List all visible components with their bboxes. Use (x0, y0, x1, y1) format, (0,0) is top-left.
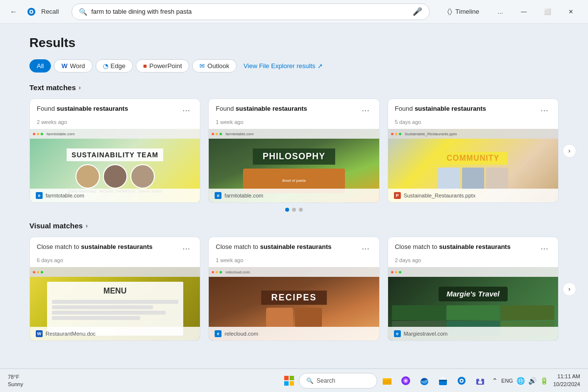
svg-point-12 (405, 380, 407, 382)
titlebar: ← Recall 🔍 🎤 〈〉 Timeline … — ⬜ ✕ (0, 0, 588, 24)
filter-all[interactable]: All (29, 59, 51, 73)
file-explorer-link[interactable]: View File Explorer results ➚ (244, 62, 322, 70)
source-label: Margiestravel.com (404, 331, 448, 337)
start-button[interactable] (280, 372, 298, 390)
visual-matches-grid: Close match to sustainable restaurants ⋯… (29, 237, 559, 341)
filter-word[interactable]: W Word (54, 59, 92, 73)
taskbar-edge[interactable] (416, 372, 433, 390)
voice-icon[interactable]: 🎤 (413, 7, 422, 16)
card-more-button[interactable]: ⋯ (359, 243, 372, 254)
text-matches-header[interactable]: Text matches › (29, 83, 559, 92)
card-more-button[interactable]: ⋯ (538, 243, 551, 254)
taskbar-recall[interactable] (453, 372, 470, 390)
source-icon: e (215, 330, 221, 337)
weather-widget[interactable]: 78°F Sunny (8, 373, 23, 388)
card-header: Close match to sustainable restaurants ⋯ (30, 237, 200, 257)
browser-bar: farmtotable.com (30, 129, 200, 139)
card-footer: e farmtotable.com (30, 189, 200, 202)
back-button[interactable]: ← (6, 4, 22, 20)
visual-matches-next-arrow[interactable]: › (563, 282, 576, 296)
card-title: Found sustainable restaurants (37, 105, 128, 112)
taskbar-teams[interactable] (471, 372, 489, 390)
svg-rect-5 (284, 381, 289, 386)
network-icon[interactable]: 🌐 (515, 376, 526, 386)
search-bar[interactable]: 🔍 🎤 (72, 3, 430, 20)
search-input[interactable] (91, 8, 409, 15)
browser-bar: farmtotable.com (209, 129, 379, 139)
card-header: Close match to sustainable restaurants ⋯ (209, 237, 379, 257)
taskbar-file-explorer[interactable] (378, 372, 396, 390)
filter-bar: All W Word ◔ Edge ■ PowerPoint ✉ Outlook… (29, 59, 559, 73)
card-image: relecloud.com RECIPES (209, 267, 379, 341)
text-match-card-3[interactable]: Found sustainable restaurants ⋯ 5 days a… (388, 98, 559, 203)
timeline-button[interactable]: 〈〉 Timeline (442, 5, 484, 18)
card-time: 5 days ago (388, 119, 558, 129)
source-label: farmtotable.com (224, 193, 263, 198)
source-icon: W (36, 330, 43, 337)
card-image: Margie's Travel (388, 267, 558, 341)
card-footer: P Sustainable_Restaurants.pptx (388, 189, 558, 202)
taskbar-left: 78°F Sunny (8, 373, 278, 388)
app-title: Recall (41, 8, 59, 15)
card-time: 2 weeks ago (30, 119, 200, 129)
dot-2[interactable] (292, 208, 296, 212)
language-icon[interactable]: ENG (500, 377, 514, 385)
date-display: 10/22/2024 (553, 381, 580, 388)
chevron-up-icon[interactable]: ⌃ (491, 376, 499, 386)
filter-edge[interactable]: ◔ Edge (96, 59, 133, 73)
card-more-button[interactable]: ⋯ (179, 243, 193, 254)
text-match-card-2[interactable]: Found sustainable restaurants ⋯ 1 week a… (208, 98, 379, 203)
svg-rect-8 (383, 380, 392, 385)
filter-outlook[interactable]: ✉ Outlook (192, 59, 237, 73)
nav-buttons: ← (6, 4, 22, 20)
text-matches-next-arrow[interactable]: › (563, 144, 576, 158)
speaker-icon[interactable]: 🔊 (527, 376, 538, 386)
svg-rect-22 (478, 381, 482, 384)
visual-matches-header[interactable]: Visual matches › (29, 221, 559, 230)
text-match-card-1[interactable]: Found sustainable restaurants ⋯ 2 weeks … (29, 98, 200, 203)
svg-point-19 (461, 380, 463, 382)
taskbar-clock[interactable]: 11:11 AM 10/22/2024 (553, 373, 580, 388)
source-label: Sustainable_Restaurants.pptx (404, 193, 476, 198)
visual-matches-grid-wrapper: Close match to sustainable restaurants ⋯… (29, 237, 559, 341)
taskbar: 78°F Sunny 🔍 Search (0, 368, 588, 392)
svg-rect-6 (290, 381, 294, 386)
svg-rect-3 (284, 376, 289, 380)
app-icon (26, 7, 36, 17)
battery-icon[interactable]: 🔋 (539, 376, 549, 386)
time-display: 11:11 AM (553, 373, 580, 380)
svg-point-21 (479, 378, 482, 381)
svg-rect-9 (383, 378, 387, 380)
maximize-button[interactable]: ⬜ (536, 4, 559, 19)
more-options-button[interactable]: … (489, 4, 512, 19)
card-image: MENU W RestaurantMenu.doc (30, 267, 200, 341)
close-button[interactable]: ✕ (560, 4, 582, 19)
filter-powerpoint[interactable]: ■ PowerPoint (136, 59, 189, 73)
browser-bar (30, 267, 200, 277)
system-tray: ⌃ ENG 🌐 🔊 🔋 (491, 376, 549, 386)
taskbar-copilot[interactable] (397, 372, 415, 390)
window-controls: … — ⬜ ✕ (489, 4, 582, 19)
card-more-button[interactable]: ⋯ (538, 105, 551, 116)
visual-match-card-1[interactable]: Close match to sustainable restaurants ⋯… (29, 237, 200, 341)
card-more-button[interactable]: ⋯ (179, 105, 193, 116)
visual-match-card-2[interactable]: Close match to sustainable restaurants ⋯… (208, 237, 379, 341)
taskbar-search[interactable]: 🔍 Search (299, 373, 377, 389)
card-title: Close match to sustainable restaurants (395, 243, 511, 250)
search-icon: 🔍 (79, 8, 87, 16)
dot-1[interactable] (285, 208, 289, 212)
card-more-button[interactable]: ⋯ (359, 105, 372, 116)
card-footer: e Margiestravel.com (388, 327, 558, 341)
card-header: Found sustainable restaurants ⋯ (209, 99, 379, 119)
visual-match-card-3[interactable]: Close match to sustainable restaurants ⋯… (388, 237, 559, 341)
taskbar-right: ⌃ ENG 🌐 🔊 🔋 11:11 AM 10/22/2024 (491, 373, 580, 388)
temperature: 78°F (8, 373, 23, 380)
powerpoint-icon: ■ (143, 62, 147, 70)
dot-3[interactable] (299, 208, 303, 212)
chevron-right-icon: › (79, 84, 81, 91)
results-title: Results (29, 35, 559, 50)
card-header: Found sustainable restaurants ⋯ (388, 99, 558, 119)
source-icon: e (215, 192, 221, 199)
minimize-button[interactable]: — (513, 4, 535, 19)
taskbar-store[interactable] (434, 372, 452, 390)
